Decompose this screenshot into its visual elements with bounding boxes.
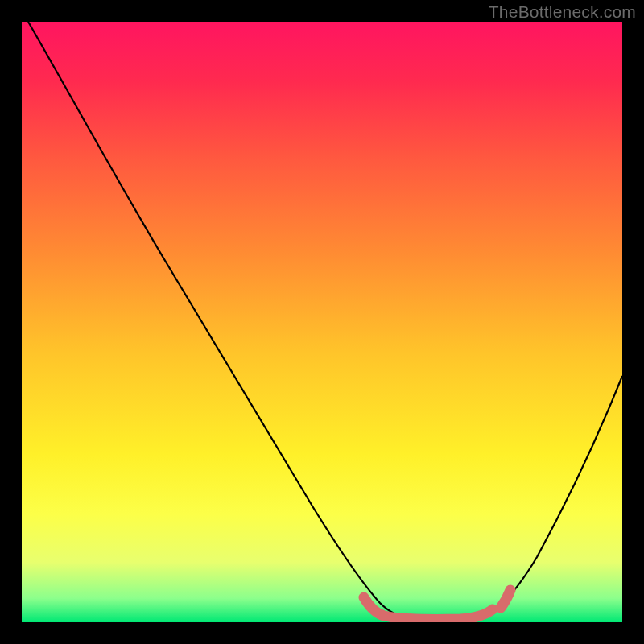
optimum-band <box>364 590 510 619</box>
chart-frame: TheBottleneck.com <box>0 0 644 644</box>
bottleneck-curve <box>28 22 622 619</box>
watermark-text: TheBottleneck.com <box>489 2 636 22</box>
curve-layer <box>22 22 622 622</box>
plot-area <box>22 22 622 622</box>
